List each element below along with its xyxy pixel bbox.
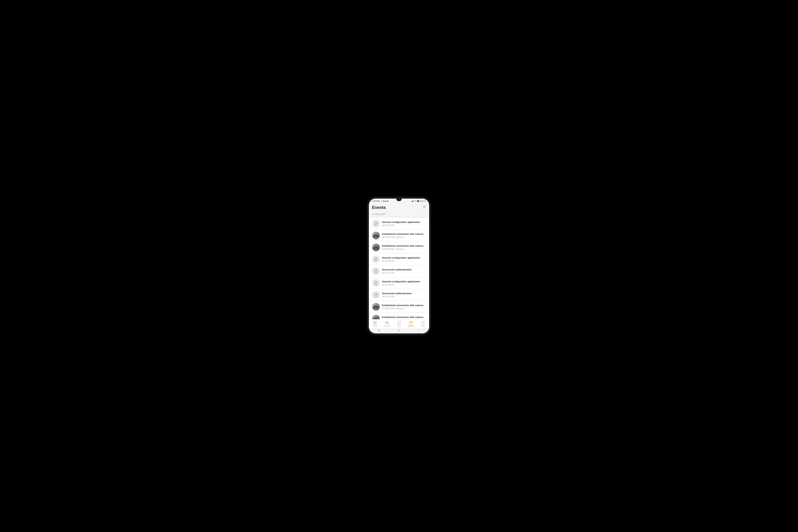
status-icons <box>383 201 388 202</box>
event-item-6[interactable]: General configuration application04:32:1… <box>369 277 429 289</box>
nav-label-more: More <box>421 325 425 327</box>
dot-status-1 <box>383 201 384 202</box>
battery-pct: 62 <box>422 200 424 202</box>
event-info-1: General configuration application04:39:2… <box>382 221 426 227</box>
car-icon-8 <box>373 305 379 309</box>
svg-rect-56 <box>397 321 401 324</box>
svg-point-12 <box>377 237 378 237</box>
car-icon-9 <box>373 317 379 319</box>
event-title-8: Established connection with camera <box>382 304 426 307</box>
nav-item-more[interactable]: More <box>419 321 428 327</box>
phone-screen: 4:40 PM <box>369 198 429 334</box>
doc-icon-6 <box>374 281 378 285</box>
event-icon-wrap-2 <box>372 232 380 240</box>
bottom-nav: Views Cameras Eva <box>369 319 429 328</box>
doc-icon-7 <box>374 293 378 297</box>
doc-icon-5 <box>374 269 378 273</box>
event-title-4: General configuration application <box>382 256 426 260</box>
svg-rect-50 <box>374 321 375 322</box>
svg-rect-42 <box>375 317 377 318</box>
events-icon <box>409 321 413 325</box>
grid-icon <box>373 321 377 325</box>
event-info-9: Established connection with camera04:29:… <box>382 316 426 319</box>
dot-status-2 <box>385 201 386 202</box>
svg-point-11 <box>374 237 375 237</box>
camera-thumb-8 <box>372 303 380 311</box>
event-info-4: General configuration application04:39:0… <box>382 256 426 262</box>
event-time-2: 04:39:09 PM, Camera 1 <box>382 236 426 239</box>
svg-rect-57 <box>410 322 413 324</box>
whatsapp-icon <box>387 201 388 202</box>
nav-label-views: Views <box>373 325 377 327</box>
svg-rect-67 <box>378 330 380 331</box>
event-item-3[interactable]: Established connection with camera04:39:… <box>369 242 429 253</box>
svg-rect-51 <box>375 321 376 322</box>
time-display: 4:40 PM <box>372 200 379 202</box>
event-icon-wrap-4 <box>372 255 380 263</box>
nav-item-views[interactable]: Views <box>370 321 379 327</box>
event-item-5[interactable]: Successful authentication04:33:27 PM <box>369 265 429 277</box>
event-item-1[interactable]: General configuration application04:39:2… <box>369 218 429 229</box>
event-title-5: Successful authentication <box>382 268 426 271</box>
event-icon-wrap-7 <box>372 291 380 299</box>
camera-thumb-9 <box>372 315 380 319</box>
event-info-3: Established connection with camera04:39:… <box>382 244 426 250</box>
svg-rect-37 <box>373 319 379 319</box>
svg-point-33 <box>374 308 375 308</box>
events-list[interactable]: General configuration application04:39:2… <box>369 217 429 319</box>
svg-rect-13 <box>375 234 377 235</box>
event-title-9: Established connection with camera <box>382 316 426 319</box>
event-title-6: General configuration application <box>382 280 426 283</box>
event-time-3: 04:39:09 PM, Camera 2 <box>382 248 426 250</box>
event-item-4[interactable]: General configuration application04:39:0… <box>369 253 429 265</box>
car-icon-3 <box>373 245 379 249</box>
doc-icon-4 <box>374 257 378 261</box>
event-info-8: Established connection with camera04:29:… <box>382 304 426 310</box>
event-item-2[interactable]: Established connection with camera04:39:… <box>369 230 429 241</box>
nav-item-events[interactable]: Events <box>406 321 416 327</box>
event-item-9[interactable]: Established connection with camera04:29:… <box>369 313 429 319</box>
monitor-icon <box>397 321 401 325</box>
sys-nav-square[interactable] <box>378 329 380 332</box>
event-time-1: 04:39:27 PM <box>382 224 426 227</box>
event-title-7: Successful authentication <box>382 292 426 295</box>
event-title-2: Established connection with camera <box>382 232 426 236</box>
event-info-5: Successful authentication04:33:27 PM <box>382 268 426 274</box>
event-icon-wrap-5 <box>372 267 380 275</box>
date-section: 11 May 2023 <box>369 211 429 217</box>
event-icon-wrap-9 <box>372 315 380 319</box>
svg-point-18 <box>374 249 375 249</box>
nav-item-eva[interactable]: Eva <box>395 321 403 327</box>
sys-nav-home[interactable] <box>398 329 400 332</box>
svg-rect-36 <box>374 318 378 319</box>
event-time-4: 04:39:05 PM <box>382 260 426 262</box>
nav-label-events: Events <box>408 325 414 327</box>
system-nav-bar <box>369 328 429 334</box>
nav-label-eva: Eva <box>397 325 400 327</box>
car-icon-2 <box>373 233 379 238</box>
nav-item-cameras[interactable]: Cameras <box>382 321 392 327</box>
event-item-8[interactable]: Established connection with camera04:29:… <box>369 301 429 312</box>
phone-device: 4:40 PM <box>367 197 431 335</box>
doc-icon-1 <box>374 222 378 226</box>
svg-rect-54 <box>385 322 388 324</box>
signal-icon <box>412 200 413 202</box>
svg-rect-20 <box>375 246 377 247</box>
svg-rect-35 <box>375 305 377 306</box>
event-title-1: General configuration application <box>382 221 426 224</box>
event-icon-wrap-1 <box>372 220 380 228</box>
event-time-6: 04:32:16 PM <box>382 284 426 286</box>
status-bar-left: 4:40 PM <box>372 200 388 202</box>
event-icon-wrap-8 <box>372 303 380 311</box>
nav-label-cameras: Cameras <box>383 325 391 327</box>
alarm-icon <box>381 200 382 202</box>
event-icon-wrap-6 <box>372 279 380 287</box>
event-item-7[interactable]: Successful authentication04:31:06 PM <box>369 289 429 301</box>
event-info-6: General configuration application04:32:1… <box>382 280 426 286</box>
date-label: 11 May 2023 <box>372 213 385 215</box>
camera-thumb-3 <box>372 244 380 251</box>
more-icon <box>421 321 425 325</box>
filter-button[interactable] <box>422 205 426 210</box>
event-info-7: Successful authentication04:31:06 PM <box>382 292 426 298</box>
sys-nav-back[interactable] <box>418 329 420 332</box>
